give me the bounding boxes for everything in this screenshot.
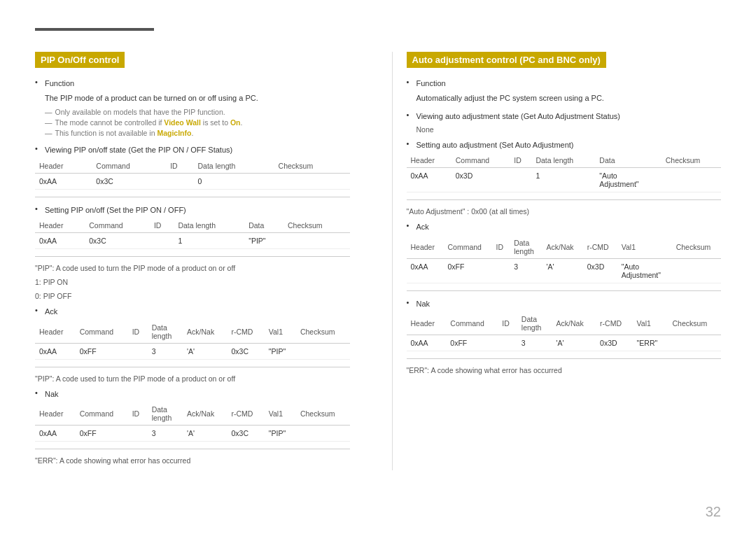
right-function-bullet: • Function [407,78,722,90]
divider [35,367,350,367]
divider [407,199,722,200]
right-function-section: • Function Automatically adjust the PC s… [407,78,722,104]
left-column: PIP On/Off control • Function The PIP mo… [35,52,364,470]
ack-table-right: Header Command ID Datalength Ack/Nak r-C… [407,236,722,283]
viewing-pip-bullet: • Viewing PIP on/off state (Get the PIP … [35,144,350,156]
two-column-layout: PIP On/Off control • Function The PIP mo… [35,52,721,470]
divider [35,256,350,257]
function-section: • Function The PIP mode of a product can… [35,78,350,137]
nak-table-left: Header Command ID Datalength Ack/Nak r-C… [35,402,350,442]
viewing-pip-label: Viewing PIP on/off state (Get the PIP ON… [45,144,232,156]
table-row: 0xAA 0xFF 3 'A' 0x3D "AutoAdjustment" [407,258,722,283]
ack-label-right: Ack [416,221,429,233]
right-function-label: Function [416,78,446,90]
pip-note2: 1: PIP ON [35,278,350,286]
video-wall-highlight: Video Wall [164,118,201,127]
th-header: Header [35,159,92,174]
err-note-left: "ERR": A code showing what error has occ… [35,456,350,465]
divider [35,449,350,449]
th-data-length: Data length [194,159,274,174]
th-id: ID [166,159,193,174]
viewing-auto-bullet: • Viewing auto adjustment state (Get Aut… [407,111,722,122]
function-label: Function [45,78,74,90]
viewing-pip-table: Header Command ID Data length Checksum 0… [35,159,350,190]
th-command: Command [92,159,166,174]
page-number: 32 [706,504,721,520]
setting-auto-label: Setting auto adjustment (Set Auto Adjust… [416,139,574,151]
nak-label-left: Nak [45,388,59,400]
table-row: 0xAA 0xFF 3 'A' 0x3D "ERR" [407,335,722,351]
table-row: 0xAA 0x3D 1 "AutoAdjustment" [407,168,722,192]
ack-table-left: Header Command ID Datalength Ack/Nak r-C… [35,321,350,360]
magicinfo-highlight: MagicInfo [157,129,191,137]
pip-note1: "PIP": A code used to turn the PIP mode … [35,264,350,272]
viewing-auto-label: Viewing auto adjustment state (Get Auto … [416,111,620,122]
note-pip-available: Only available on models that have the P… [45,108,350,116]
table-row: 0xAA 0xFF 3 'A' 0x3C "PIP" [35,343,350,359]
right-section-title: Auto adjustment control (PC and BNC only… [407,52,606,68]
right-function-desc: Automatically adjust the PC system scree… [416,94,604,102]
function-desc: The PIP mode of a product can be turned … [45,94,258,102]
divider [407,358,722,359]
top-accent-bar [35,28,154,31]
nak-bullet-left: • Nak [35,388,350,400]
nak-bullet-right: • Nak [407,298,722,310]
function-bullet: • Function [35,78,350,90]
setting-auto-table: Header Command ID Data length Data Check… [407,153,722,192]
pip-note3: 0: PIP OFF [35,292,350,300]
divider [407,290,722,291]
table-row: 0xAA 0x3C 1 "PIP" [35,233,350,249]
setting-auto-bullet: • Setting auto adjustment (Set Auto Adju… [407,139,722,151]
page: PIP On/Off control • Function The PIP mo… [0,0,756,534]
ack-label-left: Ack [45,306,57,318]
th-checksum: Checksum [274,159,350,174]
pip-ack-note: "PIP": A code used to turn the PIP mode … [35,374,350,383]
setting-pip-bullet: • Setting PIP on/off (Set the PIP ON / O… [35,204,350,216]
right-column: Auto adjustment control (PC and BNC only… [392,52,722,470]
left-section-title: PIP On/Off control [35,52,125,68]
ack-bullet-left: • Ack [35,306,350,318]
table-row: 0xAA 0x3C 0 [35,173,350,189]
nak-label-right: Nak [416,298,430,310]
bullet-dot: • [35,78,45,86]
setting-pip-label: Setting PIP on/off (Set the PIP ON / OFF… [45,204,186,216]
table-row: 0xAA 0xFF 3 'A' 0x3C "PIP" [35,426,350,442]
on-highlight: On [230,118,241,127]
err-note-right: "ERR": A code showing what error has occ… [407,366,722,374]
note-video-wall: The mode cannot be controlled if Video W… [45,118,350,127]
auto-adj-note: "Auto Adjustment" : 0x00 (at all times) [407,207,722,216]
viewing-auto-value: None [416,125,434,134]
ack-bullet-right: • Ack [407,221,722,233]
divider [35,197,350,197]
setting-pip-table: Header Command ID Data length Data Check… [35,218,350,249]
nak-table-right: Header Command ID Datalength Ack/Nak r-C… [407,312,722,351]
note-magicinfo: This function is not available in MagicI… [45,129,350,137]
